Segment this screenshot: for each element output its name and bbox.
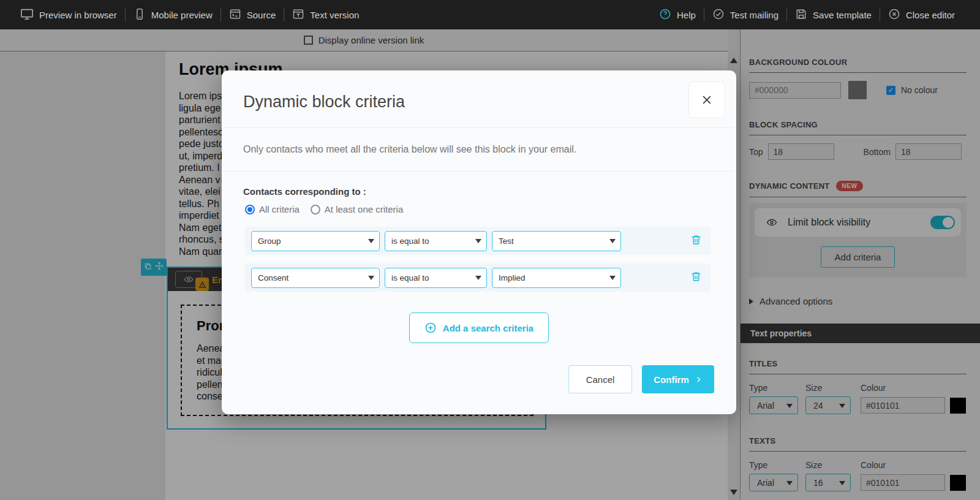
criteria-field-select[interactable]: Group: [251, 231, 380, 251]
modal-close-button[interactable]: [688, 81, 725, 118]
criteria-field-value: Consent: [258, 273, 288, 282]
close-circle-icon: [888, 8, 900, 22]
chevron-right-icon: [695, 376, 703, 384]
titles-font-select[interactable]: Arial: [749, 396, 798, 414]
modal-title: Dynamic block criteria: [243, 93, 736, 112]
scroll-down-icon[interactable]: [730, 490, 737, 495]
type-label: Type: [749, 383, 805, 393]
chevron-down-icon: [609, 239, 616, 243]
cancel-button[interactable]: Cancel: [568, 365, 632, 393]
scroll-up-icon[interactable]: [730, 58, 737, 63]
online-version-checkbox[interactable]: [304, 36, 313, 45]
texts-labels-row: Type Size Colour: [749, 460, 967, 470]
move-icon[interactable]: [155, 262, 164, 273]
eye-icon: [182, 275, 195, 284]
titles-labels-row: Type Size Colour: [749, 383, 967, 393]
texts-size-select[interactable]: 16: [805, 474, 851, 491]
add-search-criteria-button[interactable]: Add a search criteria: [409, 312, 549, 343]
type-label: Type: [749, 460, 805, 470]
trash-icon: [690, 271, 702, 282]
toolbar-item-label: Text version: [310, 10, 359, 20]
background-colour-swatch[interactable]: [848, 81, 867, 99]
add-criteria-button[interactable]: Add criteria: [821, 246, 895, 268]
criteria-mode-radios: All criteria At least one criteria: [245, 204, 736, 214]
toolbar-item-label: Test mailing: [730, 10, 778, 20]
divider: [225, 127, 733, 128]
spacing-bottom-input[interactable]: [895, 143, 962, 160]
test-mailing-button[interactable]: Test mailing: [704, 8, 786, 22]
toolbar-item-label: Close editor: [906, 10, 955, 20]
criteria-value-select[interactable]: Test: [492, 231, 621, 251]
chevron-down-icon: [839, 481, 845, 485]
criteria-operator-value: is equal to: [391, 237, 429, 246]
dynamic-content-card: Limit block visibility Add criteria: [749, 203, 967, 278]
block-visibility-button[interactable]: [175, 271, 202, 288]
divider: [225, 171, 733, 172]
save-template-button[interactable]: Save template: [787, 8, 880, 22]
advanced-options[interactable]: Advanced options: [749, 296, 967, 306]
titles-size-select[interactable]: 24: [805, 396, 851, 414]
modal-description: Only contacts who meet all the criteria …: [243, 144, 715, 155]
chevron-down-icon: [839, 404, 845, 408]
delete-criteria-button[interactable]: [690, 234, 702, 248]
copy-icon[interactable]: [144, 262, 152, 273]
chevron-down-icon: [609, 276, 616, 280]
radio-unselected-icon: [311, 205, 320, 214]
titles-colour-swatch[interactable]: [950, 398, 966, 414]
block-handle[interactable]: [141, 259, 167, 276]
chevron-down-icon: [475, 276, 481, 280]
texts-font-value: Arial: [757, 478, 774, 488]
no-colour-checkbox[interactable]: ✓: [886, 86, 895, 95]
toolbar-item-label: Save template: [813, 10, 872, 20]
titles-colour-input[interactable]: [861, 397, 945, 414]
criteria-field-select[interactable]: Consent: [251, 268, 380, 288]
limit-visibility-label: Limit block visibility: [788, 217, 922, 228]
limit-visibility-toggle[interactable]: [930, 216, 955, 229]
delete-criteria-button[interactable]: [690, 271, 702, 284]
texts-font-select[interactable]: Arial: [749, 474, 798, 491]
size-label: Size: [805, 460, 861, 470]
monitor-icon: [20, 7, 34, 23]
texts-colour-swatch[interactable]: [950, 475, 966, 491]
radio-all-criteria[interactable]: All criteria: [245, 204, 300, 214]
online-version-label: Display online version link: [318, 35, 424, 45]
texts-colour-input[interactable]: [861, 474, 945, 491]
criteria-value-select[interactable]: Implied: [492, 268, 621, 288]
help-button[interactable]: Help: [651, 8, 704, 22]
criteria-operator-select[interactable]: is equal to: [385, 231, 487, 251]
titles-font-value: Arial: [757, 401, 774, 411]
spacing-top-input[interactable]: [768, 143, 834, 160]
texts-inputs-row: Arial 16: [749, 474, 967, 491]
spacing-top-label: Top: [749, 147, 763, 157]
toolbar-left-group: Preview in browser Mobile preview Source…: [12, 7, 367, 23]
confirm-button[interactable]: Confirm: [642, 365, 714, 393]
mobile-preview-button[interactable]: Mobile preview: [126, 8, 221, 22]
size-label: Size: [805, 383, 861, 393]
criteria-mode-label: Contacts corresponding to :: [243, 186, 736, 197]
radio-selected-icon: [245, 205, 255, 214]
radio-any-label: At least one criteria: [325, 204, 403, 214]
source-button[interactable]: Source: [221, 8, 284, 22]
block-spacing-row: Top Bottom: [749, 143, 967, 160]
spacing-bottom-label: Bottom: [864, 147, 891, 157]
background-colour-input[interactable]: [749, 82, 841, 99]
check-circle-icon: [712, 8, 725, 22]
eye-icon: [764, 217, 779, 228]
online-version-bar: Display online version link: [0, 29, 728, 51]
preview-in-browser-button[interactable]: Preview in browser: [12, 7, 125, 23]
text-version-button[interactable]: Text version: [284, 8, 367, 22]
text-window-icon: [292, 8, 304, 22]
criteria-value-value: Test: [499, 237, 514, 246]
add-search-criteria-label: Add a search criteria: [443, 323, 533, 333]
close-editor-button[interactable]: Close editor: [880, 8, 963, 22]
radio-at-least-one-criteria[interactable]: At least one criteria: [311, 204, 403, 214]
help-icon: [659, 8, 671, 22]
toolbar-item-label: Preview in browser: [39, 10, 117, 20]
dynamic-content-title-text: DYNAMIC CONTENT: [749, 181, 830, 191]
titles-section-title: TITLES: [749, 359, 967, 374]
warning-icon: [195, 278, 209, 291]
trash-icon: [690, 234, 702, 246]
modal-footer: Cancel Confirm: [222, 365, 736, 393]
criteria-operator-select[interactable]: is equal to: [385, 268, 487, 288]
code-window-icon: [229, 8, 241, 22]
